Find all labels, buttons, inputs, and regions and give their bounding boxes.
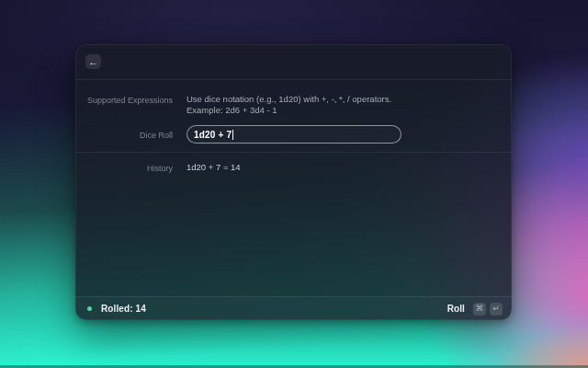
status-bar: Rolled: 14 Roll ⌘ ↵ xyxy=(75,296,512,320)
text-caret xyxy=(232,130,233,140)
row-dice-roll: Dice Roll 1d20 + 7 xyxy=(75,125,512,144)
description-line-2: Example: 2d6 + 3d4 - 1 xyxy=(187,105,512,116)
command-key-icon: ⌘ xyxy=(473,303,486,316)
status-dot-icon xyxy=(87,306,92,311)
back-arrow-icon: ← xyxy=(88,57,98,67)
window-header: ← xyxy=(75,44,512,80)
status-text: Rolled: 14 xyxy=(101,304,146,314)
history-label: History xyxy=(75,162,173,174)
history-value: 1d20 + 7 = 14 xyxy=(187,162,512,173)
dice-roll-label: Dice Roll xyxy=(75,125,173,141)
form-section: Supported Expressions Use dice notation … xyxy=(75,80,512,174)
roll-action-button[interactable]: Roll ⌘ ↵ xyxy=(447,303,503,316)
supported-expressions-label: Supported Expressions xyxy=(75,94,173,106)
row-supported-expressions: Supported Expressions Use dice notation … xyxy=(75,94,512,116)
roll-action-label: Roll xyxy=(447,304,465,314)
dice-roll-input[interactable]: 1d20 + 7 xyxy=(187,125,401,144)
section-divider xyxy=(75,152,512,153)
return-key-icon: ↵ xyxy=(490,303,503,316)
description-line-1: Use dice notation (e.g., 1d20) with +, -… xyxy=(187,94,512,105)
app-window: ← Supported Expressions Use dice notatio… xyxy=(75,44,512,320)
row-history: History 1d20 + 7 = 14 xyxy=(75,162,512,174)
back-button[interactable]: ← xyxy=(85,54,101,69)
dice-roll-input-value: 1d20 + 7 xyxy=(194,130,232,140)
content-spacer xyxy=(75,174,512,296)
supported-expressions-description: Use dice notation (e.g., 1d20) with +, -… xyxy=(187,94,512,116)
